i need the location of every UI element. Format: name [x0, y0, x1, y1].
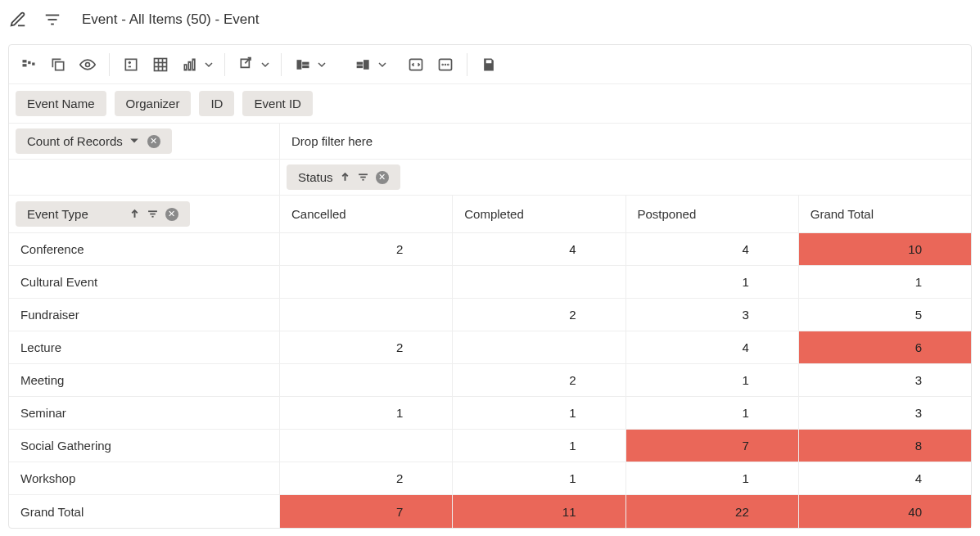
data-cell[interactable]: 4	[798, 462, 971, 494]
svg-rect-21	[297, 60, 302, 70]
row-label[interactable]: Workshop	[9, 462, 279, 494]
data-cell[interactable]: 4	[452, 233, 625, 265]
field-chip[interactable]: Organizer	[115, 91, 192, 116]
data-cell[interactable]: 4	[625, 331, 798, 363]
column-header[interactable]: Cancelled	[279, 196, 452, 232]
data-cell[interactable]	[279, 430, 452, 462]
data-cell[interactable]: 1	[625, 397, 798, 429]
table-row: Meeting213	[9, 364, 971, 397]
data-cell[interactable]	[279, 266, 452, 298]
field-chip[interactable]: Event Name	[16, 91, 106, 116]
config-row: Count of Records ✕ Drop filter here	[9, 124, 971, 160]
field-chip[interactable]: Event ID	[242, 91, 313, 116]
filter-icon[interactable]	[358, 172, 369, 183]
data-cell[interactable]: 3	[798, 397, 971, 429]
data-cell[interactable]: 1	[798, 266, 971, 298]
conditional-format-icon[interactable]	[350, 52, 377, 78]
remove-row-icon[interactable]: ✕	[165, 208, 178, 221]
data-cell[interactable]: 22	[625, 495, 798, 528]
filter-drop-zone[interactable]: Drop filter here	[279, 124, 971, 159]
data-cell[interactable]: 6	[798, 331, 971, 363]
row-label[interactable]: Meeting	[9, 364, 279, 396]
layout-toggle-icon[interactable]	[16, 52, 42, 78]
column-header[interactable]: Grand Total	[798, 196, 971, 232]
column-chip-row: Status ✕	[9, 160, 971, 196]
calc-field-icon[interactable]	[118, 52, 144, 78]
data-cell[interactable]: 1	[625, 266, 798, 298]
filter-lines-icon[interactable]	[43, 10, 62, 29]
table-row: Fundraiser235	[9, 299, 971, 331]
data-cell[interactable]: 4	[625, 233, 798, 265]
data-cell[interactable]: 2	[279, 462, 452, 494]
field-chip-row: Event NameOrganizerIDEvent ID	[9, 84, 971, 124]
row-label[interactable]: Fundraiser	[9, 299, 279, 331]
data-cell[interactable]: 40	[798, 495, 971, 528]
filter-icon[interactable]	[147, 209, 159, 220]
field-chip[interactable]: ID	[199, 91, 234, 116]
row-label[interactable]: Social Gathering	[9, 430, 279, 462]
data-cell[interactable]: 2	[452, 299, 625, 331]
data-cell[interactable]: 2	[279, 233, 452, 265]
remove-column-icon[interactable]: ✕	[376, 171, 389, 184]
copy-icon[interactable]	[45, 52, 71, 78]
data-cell[interactable]	[452, 331, 625, 363]
eye-icon[interactable]	[75, 52, 101, 78]
row-label[interactable]: Lecture	[9, 331, 279, 363]
edit-icon[interactable]	[8, 10, 28, 29]
data-cell[interactable]: 10	[798, 233, 971, 265]
sort-asc-icon[interactable]	[340, 172, 351, 183]
column-header[interactable]: Completed	[452, 196, 625, 232]
row-field-chip[interactable]: Event Type ✕	[16, 201, 190, 227]
chart-icon[interactable]	[177, 52, 203, 78]
svg-rect-19	[188, 61, 191, 70]
page-title: Event - All Items (50) - Event	[82, 11, 259, 28]
conditional-format-dropdown-caret[interactable]	[378, 61, 386, 69]
svg-rect-20	[192, 59, 195, 70]
code-brackets-icon[interactable]	[403, 52, 429, 78]
column-header[interactable]: Postponed	[625, 196, 798, 232]
data-cell[interactable]: 3	[625, 299, 798, 331]
data-cell[interactable]: 1	[625, 364, 798, 396]
column-field-chip[interactable]: Status ✕	[287, 164, 400, 190]
table-row: Seminar1113	[9, 397, 971, 430]
chart-dropdown-caret[interactable]	[205, 61, 213, 69]
row-label[interactable]: Seminar	[9, 397, 279, 429]
save-icon[interactable]	[476, 52, 502, 78]
export-icon[interactable]	[233, 52, 260, 78]
data-cell[interactable]: 1	[452, 397, 625, 429]
svg-rect-4	[23, 64, 27, 66]
row-label[interactable]: Conference	[9, 233, 279, 265]
data-cell[interactable]	[279, 299, 452, 331]
data-cell[interactable]	[452, 266, 625, 298]
svg-rect-6	[32, 62, 34, 65]
data-cell[interactable]	[279, 364, 452, 396]
format-dropdown-caret[interactable]	[318, 61, 326, 69]
pivot-header-row: Event Type ✕ CancelledCompletedPostponed…	[9, 196, 971, 233]
caret-down-icon[interactable]	[129, 136, 141, 147]
data-cell[interactable]: 5	[798, 299, 971, 331]
data-cell[interactable]: 11	[452, 495, 625, 528]
remove-measure-icon[interactable]: ✕	[147, 135, 160, 148]
svg-rect-3	[23, 60, 27, 62]
data-cell[interactable]: 2	[279, 331, 452, 363]
export-dropdown-caret[interactable]	[261, 61, 269, 69]
data-cell[interactable]: 3	[798, 364, 971, 396]
data-cell[interactable]: 1	[625, 462, 798, 494]
format-icon[interactable]	[290, 52, 316, 78]
data-cell[interactable]: 1	[452, 462, 625, 494]
data-cell[interactable]: 7	[625, 430, 798, 462]
data-cell[interactable]: 1	[279, 397, 452, 429]
svg-rect-9	[125, 59, 136, 70]
code-window-icon[interactable]	[432, 52, 458, 78]
measure-chip[interactable]: Count of Records ✕	[16, 128, 172, 154]
data-cell[interactable]: 7	[279, 495, 452, 528]
data-cell[interactable]: 2	[452, 364, 625, 396]
data-cell[interactable]: 1	[452, 430, 625, 462]
row-label[interactable]: Grand Total	[9, 495, 279, 528]
data-cell[interactable]: 8	[798, 430, 971, 462]
grid-icon[interactable]	[147, 52, 174, 78]
table-row: Grand Total7112240	[9, 495, 971, 528]
sort-asc-icon[interactable]	[129, 209, 141, 220]
row-label[interactable]: Cultural Event	[9, 266, 279, 298]
separator	[109, 53, 110, 76]
